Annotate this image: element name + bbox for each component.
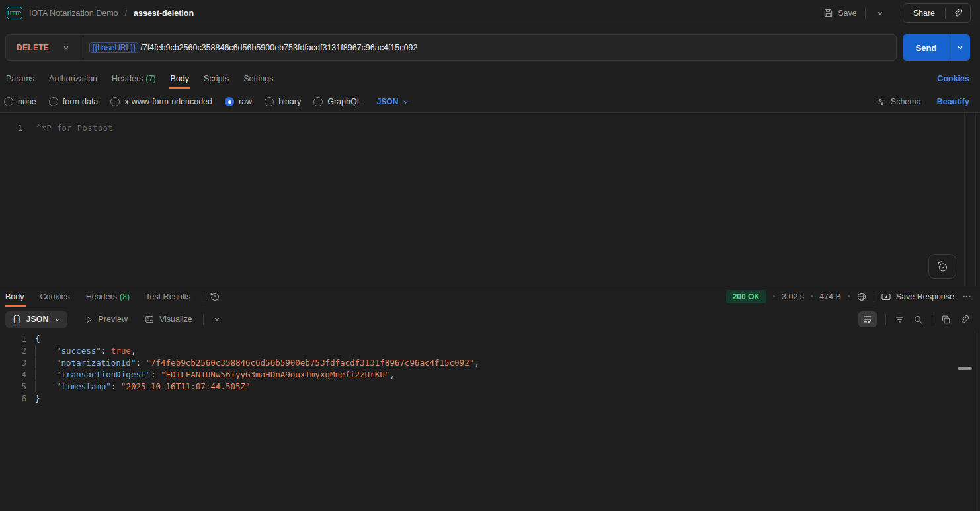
code-text: }: [35, 393, 40, 405]
send-button[interactable]: Send: [903, 34, 950, 61]
code-text: {: [35, 333, 40, 345]
schema-button[interactable]: Schema: [876, 97, 921, 107]
link-icon[interactable]: [960, 315, 969, 325]
preview-button[interactable]: Preview: [85, 315, 128, 324]
response-meta: 200 OK 3.02 s 474 B Save Response: [726, 286, 971, 307]
response-code-line: 4"transactionDigest": "ED1LFAN1UNw56iyyG…: [0, 369, 980, 381]
editor-scrollbar-track[interactable]: [964, 113, 976, 286]
line-number: 5: [0, 381, 26, 393]
code-text: "transactionDigest": "ED1LFAN1UNw56iyyG3…: [35, 369, 395, 381]
line-number: 3: [0, 357, 26, 369]
save-button[interactable]: Save: [823, 8, 857, 18]
tab-body[interactable]: Body: [163, 69, 197, 89]
response-history-icon[interactable]: [210, 292, 220, 302]
postbot-shortcut-placeholder: ^⌥P for Postbot: [36, 122, 113, 134]
format-chevron-down-icon: [54, 316, 61, 323]
response-code-line: 1{: [0, 333, 980, 345]
breadcrumb: HTTP IOTA Notarization Demo / assest-del…: [7, 7, 194, 19]
response-tabs: Body Cookies Headers(8) Test Results 200…: [0, 286, 980, 307]
radio-selected-icon: [225, 97, 234, 106]
tab-params[interactable]: Params: [6, 69, 42, 89]
radio-icon: [49, 97, 58, 106]
response-panel: Body Cookies Headers(8) Test Results 200…: [0, 286, 980, 511]
response-size[interactable]: 474 B: [819, 292, 841, 301]
status-badge[interactable]: 200 OK: [726, 290, 766, 303]
copy-link-icon[interactable]: [946, 8, 970, 18]
topbar: HTTP IOTA Notarization Demo / assest-del…: [0, 0, 980, 26]
body-mode-row: none form-data x-www-form-urlencoded raw…: [0, 93, 980, 111]
tab-settings[interactable]: Settings: [236, 69, 280, 89]
tab-scripts[interactable]: Scripts: [196, 69, 236, 89]
indent-guide: [35, 369, 56, 380]
breadcrumb-request-name[interactable]: assest-deletion: [134, 9, 194, 18]
code-text: "notarizationId": "7f4feb9cb2560c358846c…: [35, 357, 479, 369]
body-mode-radio-none[interactable]: none: [4, 97, 36, 106]
response-tab-body[interactable]: Body: [5, 286, 32, 307]
response-tab-cookies[interactable]: Cookies: [32, 286, 78, 307]
share-group: Share: [903, 3, 971, 23]
response-toolbar-right: [858, 311, 969, 327]
visualize-button[interactable]: Visualize: [145, 315, 192, 324]
raw-language-selector[interactable]: JSON: [377, 97, 410, 106]
visualize-image-icon: [145, 315, 154, 324]
line-number: 6: [0, 393, 26, 405]
send-options-chevron-down-icon[interactable]: [950, 34, 970, 61]
divider: [874, 292, 874, 302]
save-response-button[interactable]: Save Response: [881, 292, 954, 302]
request-body-editor[interactable]: 1 ^⌥P for Postbot: [0, 112, 980, 286]
url-input[interactable]: {{baseURL}} /7f4feb9cb2560c358846c6d56b5…: [81, 42, 896, 53]
response-scrollbar-thumb[interactable]: [958, 367, 972, 370]
copy-icon[interactable]: [941, 315, 951, 325]
response-tab-headers[interactable]: Headers(8): [78, 286, 138, 307]
editor-line-number: 1: [0, 122, 22, 134]
postbot-icon: [936, 260, 949, 273]
response-code-line: 2"success": true,: [0, 345, 980, 357]
body-mode-radio-form-data[interactable]: form-data: [49, 97, 99, 106]
preview-play-icon: [85, 315, 93, 324]
wrap-text-button[interactable]: [858, 311, 877, 327]
divider: [865, 7, 866, 19]
search-icon[interactable]: [913, 315, 923, 325]
response-tab-test-results[interactable]: Test Results: [138, 286, 198, 307]
request-tabs: Params Authorization Headers(7) Body Scr…: [0, 69, 980, 89]
braces-icon: {}: [12, 315, 21, 324]
more-options-icon[interactable]: [962, 292, 971, 301]
toolbar-chevron-down-icon[interactable]: [213, 315, 221, 323]
breadcrumb-collection[interactable]: IOTA Notarization Demo: [29, 9, 118, 18]
method-chevron-down-icon: [62, 44, 70, 52]
dot-separator: [811, 295, 813, 297]
tab-authorization[interactable]: Authorization: [42, 69, 104, 89]
save-label: Save: [838, 9, 857, 18]
line-number: 1: [0, 333, 26, 345]
response-time[interactable]: 3.02 s: [782, 292, 804, 301]
cookies-link[interactable]: Cookies: [937, 74, 969, 83]
radio-icon: [265, 97, 274, 106]
body-mode-radio-graphql[interactable]: GraphQL: [313, 97, 361, 106]
response-body-code[interactable]: 1{2"success": true,3"notarizationId": "7…: [0, 331, 980, 405]
wrap-text-icon: [863, 315, 872, 324]
save-options-chevron-down-icon[interactable]: [874, 9, 887, 17]
radio-icon: [313, 97, 323, 106]
body-mode-right-actions: Schema Beautify: [876, 97, 969, 107]
body-mode-radio-binary[interactable]: binary: [265, 97, 301, 106]
body-mode-radio-urlencoded[interactable]: x-www-form-urlencoded: [110, 97, 212, 106]
divider: [885, 314, 886, 325]
url-variable-chip[interactable]: {{baseURL}}: [89, 42, 138, 53]
response-code-line: 6}: [0, 393, 980, 405]
network-globe-icon[interactable]: [856, 292, 867, 302]
beautify-button[interactable]: Beautify: [937, 97, 969, 106]
divider: [204, 292, 204, 302]
method-selector[interactable]: DELETE: [6, 43, 81, 52]
body-mode-radio-raw[interactable]: raw: [225, 97, 252, 106]
filter-icon[interactable]: [895, 315, 905, 325]
divider: [932, 314, 932, 325]
dot-separator: [773, 295, 775, 297]
breadcrumb-separator: /: [125, 9, 127, 18]
url-container: DELETE {{baseURL}} /7f4feb9cb2560c358846…: [5, 34, 897, 61]
response-format-selector[interactable]: {} JSON: [5, 311, 67, 328]
radio-icon: [4, 97, 13, 106]
tab-headers[interactable]: Headers(7): [104, 69, 163, 89]
share-button[interactable]: Share: [903, 9, 945, 18]
response-code-line: 5"timestamp": "2025-10-16T11:07:44.505Z": [0, 381, 980, 393]
postbot-button[interactable]: [928, 254, 956, 279]
